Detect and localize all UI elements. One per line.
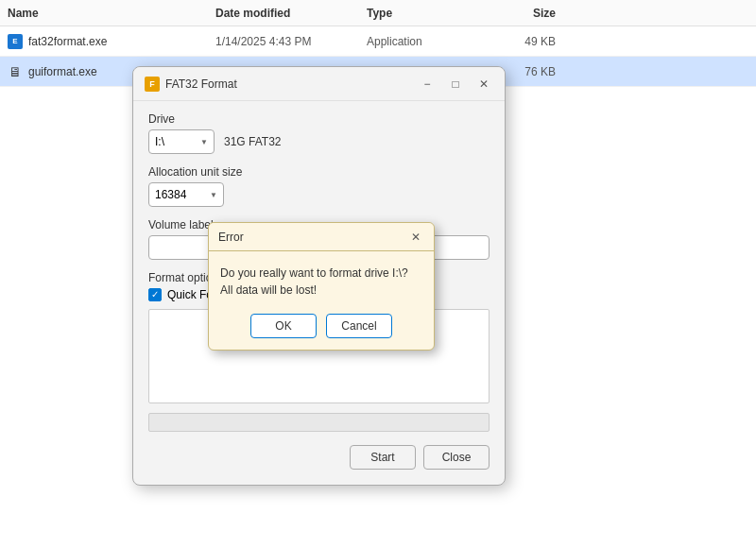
error-message: Do you really want to format drive I:\? … [220, 265, 422, 299]
error-titlebar: Error ✕ [209, 223, 434, 251]
chevron-down-icon: ▼ [210, 191, 217, 199]
gui-icon: 🖥 [8, 64, 23, 79]
file-size-fat32format: 49 KB [480, 35, 556, 48]
ok-button[interactable]: OK [250, 314, 317, 338]
fat32-close-button[interactable]: ✕ [471, 71, 497, 97]
titlebar-controls: − □ ✕ [414, 71, 497, 97]
allocation-select[interactable]: 16384 ▼ [148, 182, 224, 207]
table-row[interactable]: E fat32format.exe 1/14/2025 4:43 PM Appl… [0, 26, 756, 57]
titlebar-left: F FAT32 Format [145, 77, 237, 92]
minimize-button[interactable]: − [414, 71, 440, 97]
fat32-window-title: FAT32 Format [165, 77, 237, 91]
fat32-close-window-button[interactable]: Close [423, 445, 490, 470]
progress-bar-container [148, 413, 490, 432]
exe-icon: E [8, 34, 23, 49]
error-body: Do you really want to format drive I:\? … [209, 251, 434, 350]
fat32-titlebar: F FAT32 Format − □ ✕ [133, 67, 505, 101]
allocation-row: Allocation unit size 16384 ▼ [148, 165, 490, 207]
col-header-name: Name [8, 7, 215, 20]
col-header-date: Date modified [215, 7, 367, 20]
cancel-button[interactable]: Cancel [326, 314, 392, 338]
file-date-fat32format: 1/14/2025 4:43 PM [215, 35, 367, 48]
drive-info: 31G FAT32 [224, 135, 281, 148]
error-title: Error [218, 231, 244, 244]
quick-format-checkbox[interactable]: ✓ [148, 288, 162, 301]
error-buttons: OK Cancel [220, 314, 422, 338]
file-type-fat32format: Application [367, 35, 480, 48]
drive-row: I:\ ▼ 31G FAT32 [148, 129, 490, 154]
allocation-label: Allocation unit size [148, 165, 490, 179]
file-name-fat32format: E fat32format.exe [8, 34, 215, 49]
maximize-button[interactable]: □ [442, 71, 469, 97]
drive-label: Drive [148, 112, 490, 126]
chevron-down-icon: ▼ [200, 138, 208, 146]
error-dialog: Error ✕ Do you really want to format dri… [208, 222, 435, 351]
error-message-line1: Do you really want to format drive I:\? [220, 266, 408, 280]
col-header-type: Type [367, 7, 480, 20]
explorer-header: Name Date modified Type Size [0, 0, 756, 26]
start-button[interactable]: Start [350, 445, 416, 470]
fat32-window-icon: F [145, 77, 160, 92]
bottom-buttons: Start Close [148, 445, 490, 470]
checkmark-icon: ✓ [151, 290, 159, 300]
error-close-button[interactable]: ✕ [405, 227, 426, 248]
drive-select[interactable]: I:\ ▼ [148, 129, 215, 154]
error-message-line2: All data will be lost! [220, 283, 317, 297]
col-header-size: Size [480, 7, 556, 20]
